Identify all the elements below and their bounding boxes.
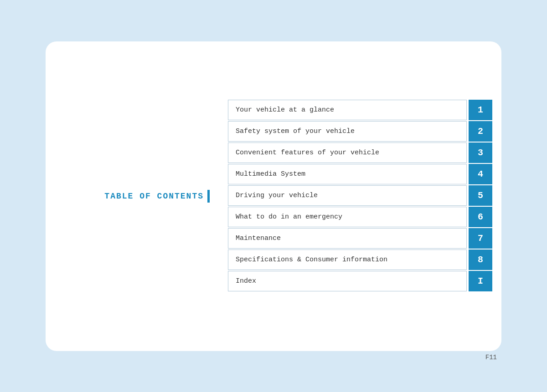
toc-title: TABLE OF CONTENTS bbox=[104, 192, 204, 201]
toc-row-label: What to do in an emergency bbox=[228, 207, 467, 227]
toc-row-number: 4 bbox=[469, 164, 492, 184]
toc-row-number: I bbox=[469, 271, 492, 291]
right-panel: Your vehicle at a glance1Safety system o… bbox=[228, 41, 501, 351]
toc-row-label: Maintenance bbox=[228, 228, 467, 249]
toc-row-number: 2 bbox=[469, 121, 492, 142]
toc-row[interactable]: What to do in an emergency6 bbox=[228, 207, 492, 227]
page-footer: F11 bbox=[485, 354, 497, 361]
white-card: TABLE OF CONTENTS Your vehicle at a glan… bbox=[46, 41, 501, 351]
toc-row-label: Driving your vehicle bbox=[228, 185, 467, 206]
toc-row-number: 3 bbox=[469, 143, 492, 163]
toc-row[interactable]: IndexI bbox=[228, 271, 492, 291]
toc-row[interactable]: Driving your vehicle5 bbox=[228, 185, 492, 206]
toc-row[interactable]: Safety system of your vehicle2 bbox=[228, 121, 492, 142]
toc-row-label: Your vehicle at a glance bbox=[228, 100, 467, 120]
toc-row-label: Index bbox=[228, 271, 467, 291]
toc-row-label: Specifications & Consumer information bbox=[228, 249, 467, 270]
left-panel: TABLE OF CONTENTS bbox=[46, 41, 228, 351]
toc-row[interactable]: Your vehicle at a glance1 bbox=[228, 100, 492, 120]
toc-row-label: Multimedia System bbox=[228, 164, 467, 184]
toc-heading: TABLE OF CONTENTS bbox=[104, 190, 210, 203]
toc-row[interactable]: Maintenance7 bbox=[228, 228, 492, 249]
toc-row[interactable]: Convenient features of your vehicle3 bbox=[228, 143, 492, 163]
toc-row-number: 8 bbox=[469, 249, 492, 270]
page-container: TABLE OF CONTENTS Your vehicle at a glan… bbox=[23, 23, 524, 369]
toc-row[interactable]: Multimedia System4 bbox=[228, 164, 492, 184]
toc-row-number: 7 bbox=[469, 228, 492, 249]
toc-row-number: 5 bbox=[469, 185, 492, 206]
toc-row-number: 6 bbox=[469, 207, 492, 227]
toc-row-label: Convenient features of your vehicle bbox=[228, 143, 467, 163]
toc-row-number: 1 bbox=[469, 100, 492, 120]
toc-row-label: Safety system of your vehicle bbox=[228, 121, 467, 142]
toc-bar bbox=[207, 190, 210, 203]
toc-row[interactable]: Specifications & Consumer information8 bbox=[228, 249, 492, 270]
